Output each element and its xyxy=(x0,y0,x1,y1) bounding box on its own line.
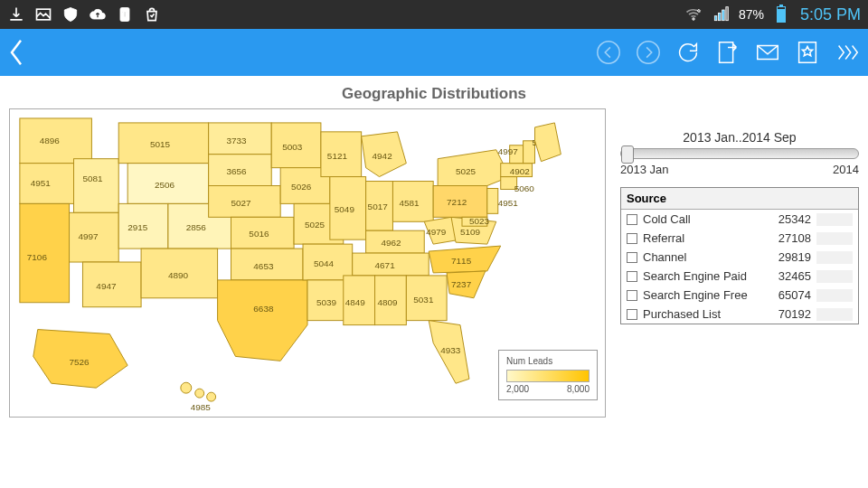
table-row[interactable]: Cold Call25342 xyxy=(621,210,858,229)
legend-gradient xyxy=(506,370,590,382)
svg-text:4979: 4979 xyxy=(426,227,447,237)
app-toolbar xyxy=(0,29,868,76)
svg-text:5015: 5015 xyxy=(150,139,171,149)
nav-forward-icon[interactable] xyxy=(635,39,662,66)
legend-title: Num Leads xyxy=(506,356,590,366)
svg-text:7212: 7212 xyxy=(447,197,467,207)
row-name: Cold Call xyxy=(643,212,762,226)
map-legend: Num Leads 2,0008,000 xyxy=(498,350,598,400)
svg-rect-4 xyxy=(714,16,717,21)
nav-back-icon[interactable] xyxy=(595,39,622,66)
export-icon[interactable] xyxy=(714,39,741,66)
svg-text:4581: 4581 xyxy=(399,198,420,208)
svg-text:7106: 7106 xyxy=(27,252,48,262)
row-bar xyxy=(816,289,853,302)
svg-text:5025: 5025 xyxy=(456,166,476,176)
table-row[interactable]: Search Engine Free65074 xyxy=(621,286,858,305)
table-row[interactable]: Referral27108 xyxy=(621,229,858,248)
svg-text:5016: 5016 xyxy=(249,229,269,239)
svg-text:5025: 5025 xyxy=(305,220,326,230)
checkbox[interactable] xyxy=(627,271,637,282)
svg-point-9 xyxy=(637,42,659,63)
checkbox[interactable] xyxy=(627,290,637,301)
svg-text:4997: 4997 xyxy=(498,146,519,156)
time-slider[interactable]: 2013 Jan..2014 Sep 2013 Jan2014 xyxy=(620,108,859,176)
svg-text:4985: 4985 xyxy=(191,402,212,412)
svg-text:5031: 5031 xyxy=(413,295,434,305)
checkbox[interactable] xyxy=(627,233,637,244)
row-value: 25342 xyxy=(768,212,811,226)
signal-icon xyxy=(712,5,730,23)
table-row[interactable]: Search Engine Paid32465 xyxy=(621,267,858,286)
checkbox[interactable] xyxy=(627,252,637,263)
svg-text:4962: 4962 xyxy=(382,238,402,248)
checkbox[interactable] xyxy=(627,214,637,225)
svg-text:5049: 5049 xyxy=(335,204,355,214)
legend-min: 2,000 xyxy=(506,384,529,394)
row-value: 70192 xyxy=(768,307,811,321)
svg-text:5109: 5109 xyxy=(460,227,481,237)
svg-text:T: T xyxy=(122,10,127,19)
checkbox[interactable] xyxy=(627,309,637,320)
cloud-upload-icon xyxy=(89,5,107,23)
row-name: Search Engine Free xyxy=(643,288,762,302)
android-status-bar: T 87% 5:05 PM xyxy=(0,0,868,29)
bookmark-icon[interactable] xyxy=(794,39,821,66)
page-title: Geographic Distributions xyxy=(0,76,868,108)
svg-text:4653: 4653 xyxy=(253,261,274,271)
svg-text:4951: 4951 xyxy=(31,178,52,188)
svg-point-106 xyxy=(181,382,192,393)
svg-marker-45 xyxy=(218,280,307,361)
svg-text:4942: 4942 xyxy=(373,151,393,161)
us-map[interactable]: 4896 4951 7106 5081 4997 4947 5015 2506 … xyxy=(9,108,606,418)
row-value: 29819 xyxy=(768,250,811,264)
svg-point-108 xyxy=(207,392,216,401)
wifi-icon xyxy=(684,5,703,23)
slider-thumb[interactable] xyxy=(621,145,634,164)
svg-text:4890: 4890 xyxy=(168,270,189,280)
more-icon[interactable] xyxy=(834,39,861,66)
svg-text:7526: 7526 xyxy=(70,357,90,367)
slider-track[interactable] xyxy=(620,148,859,159)
slider-end: 2014 xyxy=(833,163,859,176)
row-name: Purchased List xyxy=(643,307,762,321)
svg-text:2915: 2915 xyxy=(127,222,148,232)
svg-text:7237: 7237 xyxy=(451,279,472,289)
row-name: Channel xyxy=(643,250,762,264)
svg-text:4933: 4933 xyxy=(440,345,461,355)
table-row[interactable]: Purchased List70192 xyxy=(621,305,858,324)
row-bar xyxy=(816,232,853,245)
svg-text:4951: 4951 xyxy=(498,198,519,208)
svg-text:2506: 2506 xyxy=(155,180,175,190)
row-value: 65074 xyxy=(768,288,811,302)
svg-text:4849: 4849 xyxy=(345,297,366,307)
svg-point-8 xyxy=(598,42,619,63)
source-table: Source Cold Call25342Referral27108Channe… xyxy=(620,187,859,324)
svg-marker-103 xyxy=(535,123,561,162)
mail-icon[interactable] xyxy=(754,39,781,66)
gallery-icon xyxy=(34,5,52,23)
slider-range-label: 2013 Jan..2014 Sep xyxy=(620,130,859,145)
svg-rect-91 xyxy=(487,188,498,213)
svg-text:5121: 5121 xyxy=(327,151,348,161)
svg-text:5023: 5023 xyxy=(469,216,490,226)
shop-icon xyxy=(143,5,161,23)
svg-rect-10 xyxy=(720,42,733,63)
svg-text:6638: 6638 xyxy=(253,304,274,314)
shield-icon xyxy=(61,5,80,23)
svg-rect-19 xyxy=(74,159,119,213)
svg-text:4671: 4671 xyxy=(375,260,396,270)
svg-rect-6 xyxy=(722,10,725,21)
slider-start: 2013 Jan xyxy=(620,163,669,176)
svg-text:4902: 4902 xyxy=(510,166,531,176)
row-bar xyxy=(816,213,853,226)
refresh-icon[interactable] xyxy=(675,39,702,66)
svg-text:5017: 5017 xyxy=(368,202,389,211)
table-row[interactable]: Channel29819 xyxy=(621,248,858,267)
row-value: 32465 xyxy=(768,269,811,283)
svg-text:5027: 5027 xyxy=(231,198,251,208)
row-bar xyxy=(816,251,853,264)
back-button[interactable] xyxy=(7,37,25,68)
svg-text:5039: 5039 xyxy=(316,297,337,307)
row-name: Referral xyxy=(643,231,762,245)
